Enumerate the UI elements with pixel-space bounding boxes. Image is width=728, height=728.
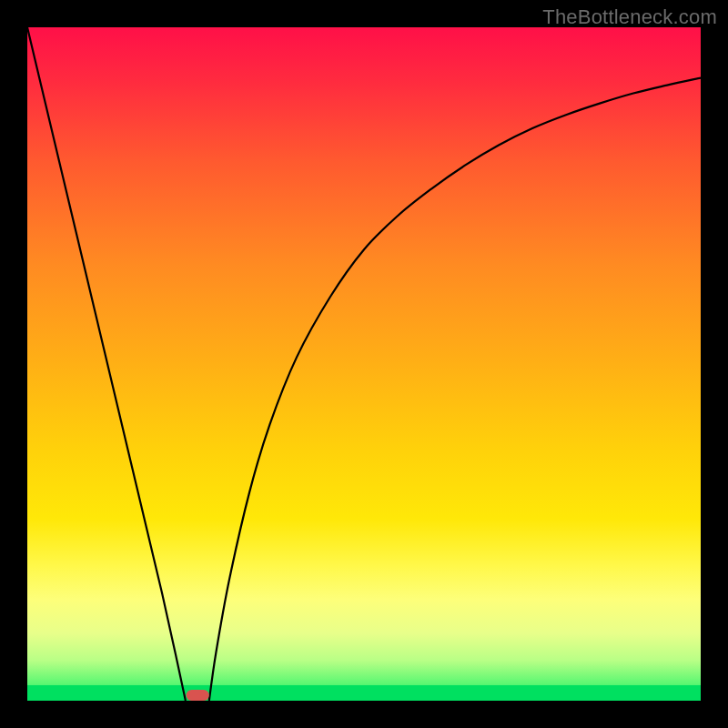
baseline-band [27,685,701,701]
chart-svg [27,27,701,701]
chart-frame: TheBottleneck.com [0,0,728,728]
watermark-text: TheBottleneck.com [542,5,717,29]
chart-plot-area [27,27,701,701]
optimal-marker [187,690,209,701]
gradient-background [27,27,701,701]
